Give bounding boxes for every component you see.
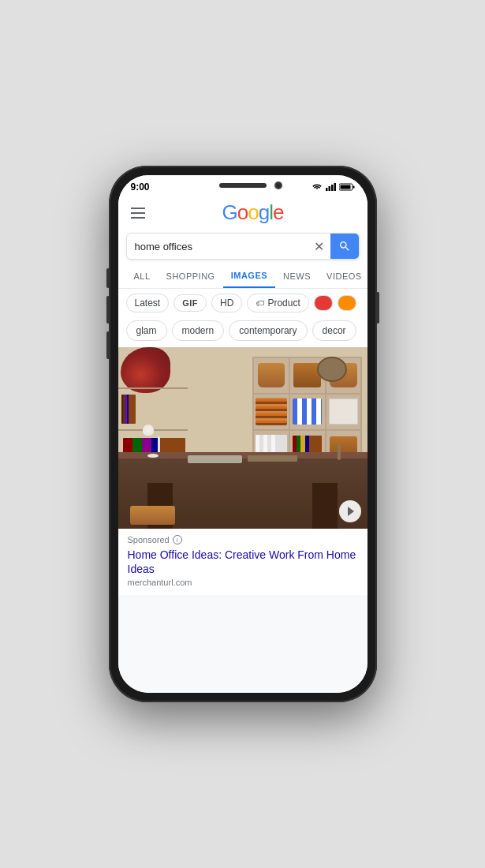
svg-rect-5 [353, 186, 354, 189]
svg-rect-3 [334, 183, 336, 191]
laptop [188, 455, 243, 463]
desk-leg-right [312, 483, 338, 529]
lamp-stem [158, 436, 160, 452]
svg-rect-0 [326, 188, 328, 191]
hamburger-line-3 [131, 217, 145, 219]
lamp-shade [143, 425, 154, 436]
phone-camera [274, 181, 282, 189]
filter-latest[interactable]: Latest [126, 294, 170, 312]
office-scene [118, 347, 367, 529]
svg-rect-2 [331, 185, 334, 191]
sponsored-info-icon[interactable]: i [173, 535, 182, 544]
tray [248, 455, 297, 462]
shelf-cell-1-1 [254, 358, 290, 393]
left-shelf-1 [118, 387, 188, 389]
filter-color-red[interactable] [314, 295, 333, 311]
filter-color-orange[interactable] [338, 295, 356, 311]
status-time: 9:00 [131, 181, 150, 193]
antler-decor [331, 444, 347, 464]
tab-shopping[interactable]: SHOPPING [159, 265, 223, 287]
sponsored-row: Sponsored i [128, 535, 358, 544]
filter-latest-label: Latest [135, 297, 161, 309]
ad-info-section: Sponsored i Home Office Ideas: Creative … [118, 529, 367, 595]
suggestion-modern[interactable]: modern [172, 320, 225, 341]
google-o1: o [237, 200, 248, 224]
filter-gif[interactable]: GIF [173, 294, 207, 312]
shelf-row-2 [254, 395, 360, 431]
tab-images[interactable]: IMAGES [223, 264, 275, 288]
shelf-cell-2-2 [290, 395, 326, 429]
hamburger-line-1 [131, 208, 145, 209]
google-g: G [222, 200, 237, 224]
screen-content: 9:00 [118, 175, 367, 693]
phone-frame: 9:00 [109, 166, 377, 702]
filter-hd-label: HD [220, 297, 233, 309]
google-logo: Google [148, 200, 358, 225]
basket-1 [258, 363, 285, 387]
status-icons [312, 183, 355, 191]
filter-hd[interactable]: HD [211, 294, 242, 312]
tab-news[interactable]: NEWS [275, 265, 319, 287]
shelf-cell-2-1 [254, 395, 290, 429]
ad-title[interactable]: Home Office Ideas: Creative Work From Ho… [128, 548, 358, 576]
search-submit-button[interactable] [330, 234, 359, 259]
filter-product-label: Product [267, 297, 300, 309]
phone-screen: 9:00 [118, 175, 367, 693]
image-results-area[interactable]: Sponsored i Home Office Ideas: Creative … [118, 347, 367, 693]
suggestion-contemporary[interactable]: contemporary [229, 320, 307, 341]
signal-icon [326, 183, 336, 191]
fabric-stack [256, 398, 286, 425]
featured-image-container: Sponsored i Home Office Ideas: Creative … [118, 347, 367, 595]
hamburger-line-2 [131, 212, 145, 214]
suggestion-row: glam modern contemporary decor [118, 317, 367, 347]
search-tabs: ALL SHOPPING IMAGES NEWS VIDEOS [118, 264, 367, 289]
nav-arrow-icon [348, 507, 354, 516]
shelf-books-1 [121, 395, 136, 424]
volume-up-button [106, 296, 110, 324]
tag-icon: 🏷 [256, 298, 264, 308]
featured-image [118, 347, 367, 529]
search-clear-button[interactable]: ✕ [308, 234, 330, 259]
under-desk-basket [130, 506, 175, 525]
fabric-stack-2 [293, 398, 322, 425]
search-icon [338, 240, 351, 253]
clock [317, 357, 347, 382]
suggestion-glam[interactable]: glam [126, 320, 167, 341]
ad-url: merchanturl.com [128, 578, 358, 587]
white-box [329, 398, 358, 425]
desk-area [118, 452, 367, 529]
search-input[interactable] [127, 234, 308, 259]
google-o2: o [248, 200, 258, 224]
tab-all[interactable]: ALL [126, 265, 159, 287]
google-e: e [273, 200, 283, 224]
battery-icon [339, 183, 355, 191]
hamburger-menu[interactable] [128, 204, 148, 222]
wifi-icon [312, 183, 323, 191]
filter-gif-label: GIF [182, 298, 198, 308]
svg-rect-6 [340, 185, 350, 189]
suggestion-decor[interactable]: decor [312, 320, 356, 341]
search-bar: ✕ [126, 233, 360, 260]
tab-videos[interactable]: VIDEOS [319, 265, 367, 287]
power-button [376, 292, 379, 324]
volume-silent-button [106, 268, 110, 288]
sponsored-label: Sponsored [128, 535, 170, 544]
filter-product[interactable]: 🏷 Product [247, 294, 308, 312]
svg-rect-1 [328, 186, 330, 191]
phone-speaker [219, 183, 267, 188]
app-bar: Google [118, 196, 367, 230]
volume-down-button [106, 331, 110, 359]
image-nav-button[interactable] [339, 500, 361, 522]
google-g2: g [259, 200, 269, 224]
shelf-cell-2-3 [326, 395, 361, 429]
filter-row: Latest GIF HD 🏷 Product [118, 289, 367, 317]
